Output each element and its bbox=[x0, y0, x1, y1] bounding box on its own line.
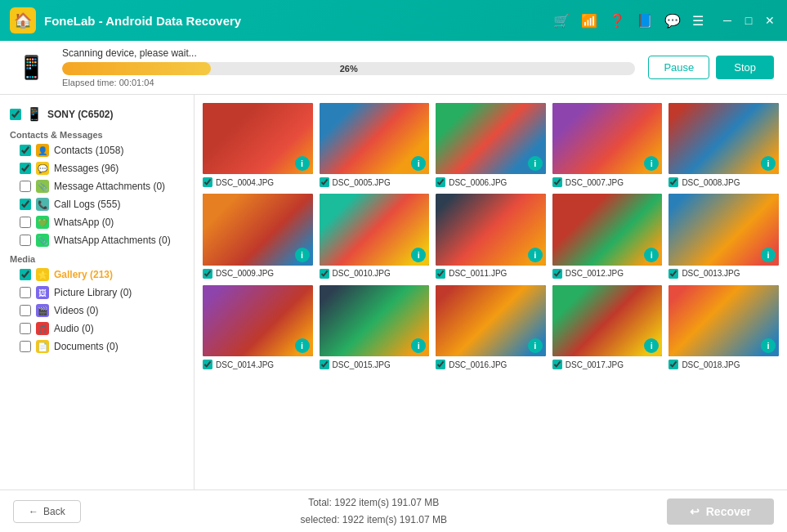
photo-checkbox-3[interactable] bbox=[552, 177, 562, 187]
photo-thumb-3[interactable]: i bbox=[552, 103, 663, 174]
gallery-checkbox[interactable] bbox=[20, 269, 31, 280]
photo-thumb-0[interactable]: i bbox=[203, 103, 313, 174]
photo-filename-12: DSC_0016.JPG bbox=[449, 360, 507, 369]
titlebar: 🏠 FoneLab - Android Data Recovery 🛒 📶 ❓ … bbox=[0, 0, 787, 41]
recover-button[interactable]: ↩ Recover bbox=[667, 498, 774, 525]
photo-checkbox-9[interactable] bbox=[669, 269, 678, 279]
photo-thumb-13[interactable]: i bbox=[552, 285, 663, 356]
photo-thumb-14[interactable]: i bbox=[669, 285, 779, 356]
photo-checkbox-2[interactable] bbox=[436, 177, 445, 187]
photo-thumb-5[interactable]: i bbox=[203, 194, 313, 265]
sidebar-item-pictlib[interactable]: 🖼 Picture Library (0) bbox=[0, 284, 194, 302]
photo-checkbox-10[interactable] bbox=[203, 360, 212, 369]
sidebar-item-whatsapp[interactable]: 💚 WhatsApp (0) bbox=[0, 213, 194, 231]
sidebar-item-audio[interactable]: 🎵 Audio (0) bbox=[0, 320, 194, 338]
photo-thumb-12[interactable]: i bbox=[436, 285, 546, 356]
maximize-button[interactable]: □ bbox=[741, 13, 756, 28]
photo-label-8: DSC_0012.JPG bbox=[552, 269, 663, 279]
photo-checkbox-0[interactable] bbox=[203, 177, 212, 187]
photo-checkbox-13[interactable] bbox=[552, 360, 562, 369]
photo-cell-1: i DSC_0005.JPG bbox=[320, 103, 430, 187]
photo-checkbox-8[interactable] bbox=[552, 269, 562, 279]
photo-thumb-7[interactable]: i bbox=[436, 194, 546, 265]
photo-thumb-9[interactable]: i bbox=[669, 194, 779, 265]
videos-label: Videos (0) bbox=[54, 305, 98, 316]
photo-content: i DSC_0004.JPG i DSC_0005.JPG i DSC bbox=[195, 95, 787, 490]
photo-checkbox-7[interactable] bbox=[436, 269, 445, 279]
photo-checkbox-6[interactable] bbox=[320, 269, 329, 279]
photo-checkbox-5[interactable] bbox=[203, 269, 212, 279]
photo-cell-8: i DSC_0012.JPG bbox=[552, 194, 663, 278]
photo-info-btn-7[interactable]: i bbox=[528, 248, 543, 262]
msgatt-icon: 📎 bbox=[36, 180, 49, 193]
photo-checkbox-1[interactable] bbox=[320, 177, 329, 187]
videos-icon: 🎬 bbox=[36, 304, 49, 317]
videos-checkbox[interactable] bbox=[20, 305, 31, 316]
documents-checkbox[interactable] bbox=[20, 341, 31, 352]
photo-info-btn-0[interactable]: i bbox=[295, 156, 310, 171]
cart-icon[interactable]: 🛒 bbox=[553, 13, 570, 29]
sidebar-item-whatsappatt[interactable]: 📎 WhatsApp Attachments (0) bbox=[0, 231, 194, 249]
pause-button[interactable]: Pause bbox=[648, 56, 709, 79]
photo-thumb-10[interactable]: i bbox=[203, 285, 313, 356]
total-line1: Total: 1922 item(s) 191.07 MB bbox=[81, 494, 667, 511]
whatsapp-checkbox[interactable] bbox=[20, 217, 31, 228]
photo-label-4: DSC_0008.JPG bbox=[669, 177, 779, 187]
sidebar-item-msgatt[interactable]: 📎 Message Attachments (0) bbox=[0, 177, 194, 195]
stop-button[interactable]: Stop bbox=[716, 56, 774, 79]
photo-label-9: DSC_0013.JPG bbox=[669, 269, 779, 279]
photo-checkbox-14[interactable] bbox=[669, 360, 678, 369]
window-controls: ─ □ ✕ bbox=[720, 13, 777, 28]
photo-info-btn-10[interactable]: i bbox=[295, 338, 310, 353]
help-icon[interactable]: ❓ bbox=[609, 13, 625, 29]
messages-label: Messages (96) bbox=[54, 163, 118, 174]
photo-thumb-1[interactable]: i bbox=[320, 103, 430, 174]
section-contacts-messages: Contacts & Messages bbox=[0, 125, 194, 141]
photo-thumb-4[interactable]: i bbox=[669, 103, 779, 174]
messages-checkbox[interactable] bbox=[20, 163, 31, 174]
photo-cell-9: i DSC_0013.JPG bbox=[669, 194, 779, 278]
progress-percentage: 26% bbox=[340, 64, 358, 74]
audio-checkbox[interactable] bbox=[20, 323, 31, 334]
wifi-icon[interactable]: 📶 bbox=[581, 13, 597, 29]
chat-icon[interactable]: 💬 bbox=[664, 13, 681, 29]
photo-label-7: DSC_0011.JPG bbox=[436, 269, 546, 279]
gallery-icon: ⭐ bbox=[36, 268, 49, 281]
minimize-button[interactable]: ─ bbox=[720, 13, 735, 28]
pictlib-checkbox[interactable] bbox=[20, 287, 31, 298]
msgatt-checkbox[interactable] bbox=[20, 181, 31, 192]
photo-cell-6: i DSC_0010.JPG bbox=[320, 194, 430, 278]
app-logo: 🏠 bbox=[10, 7, 36, 34]
facebook-icon[interactable]: 📘 bbox=[637, 13, 653, 29]
photo-thumb-8[interactable]: i bbox=[552, 194, 663, 265]
photo-checkbox-12[interactable] bbox=[436, 360, 445, 369]
back-button[interactable]: ← Back bbox=[13, 500, 81, 523]
device-name: SONY (C6502) bbox=[47, 109, 113, 120]
calllogs-label: Call Logs (555) bbox=[54, 199, 120, 210]
photo-thumb-11[interactable]: i bbox=[320, 285, 430, 356]
scan-status-text: Scanning device, please wait... bbox=[62, 47, 635, 59]
photo-info-btn-9[interactable]: i bbox=[761, 248, 776, 262]
menu-icon[interactable]: ☰ bbox=[692, 13, 704, 29]
sidebar-item-contacts[interactable]: 👤 Contacts (1058) bbox=[0, 141, 194, 159]
sidebar-item-documents[interactable]: 📄 Documents (0) bbox=[0, 338, 194, 355]
whatsappatt-checkbox[interactable] bbox=[20, 235, 31, 246]
whatsappatt-icon: 📎 bbox=[36, 234, 49, 247]
sidebar: 📱 SONY (C6502) Contacts & Messages 👤 Con… bbox=[0, 95, 195, 490]
sidebar-item-gallery[interactable]: ⭐ Gallery (213) bbox=[0, 266, 194, 284]
photo-cell-5: i DSC_0009.JPG bbox=[203, 194, 313, 278]
main-area: 📱 SONY (C6502) Contacts & Messages 👤 Con… bbox=[0, 95, 787, 490]
contacts-checkbox[interactable] bbox=[20, 145, 31, 156]
photo-checkbox-4[interactable] bbox=[669, 177, 678, 187]
sidebar-item-videos[interactable]: 🎬 Videos (0) bbox=[0, 302, 194, 320]
photo-cell-14: i DSC_0018.JPG bbox=[669, 285, 779, 369]
close-button[interactable]: ✕ bbox=[762, 13, 777, 28]
photo-checkbox-11[interactable] bbox=[320, 360, 329, 369]
device-checkbox[interactable] bbox=[10, 109, 21, 120]
photo-info-btn-5[interactable]: i bbox=[295, 248, 310, 262]
sidebar-item-messages[interactable]: 💬 Messages (96) bbox=[0, 159, 194, 177]
calllogs-checkbox[interactable] bbox=[20, 199, 31, 210]
sidebar-item-calllogs[interactable]: 📞 Call Logs (555) bbox=[0, 195, 194, 213]
photo-thumb-6[interactable]: i bbox=[320, 194, 430, 265]
photo-thumb-2[interactable]: i bbox=[436, 103, 546, 174]
